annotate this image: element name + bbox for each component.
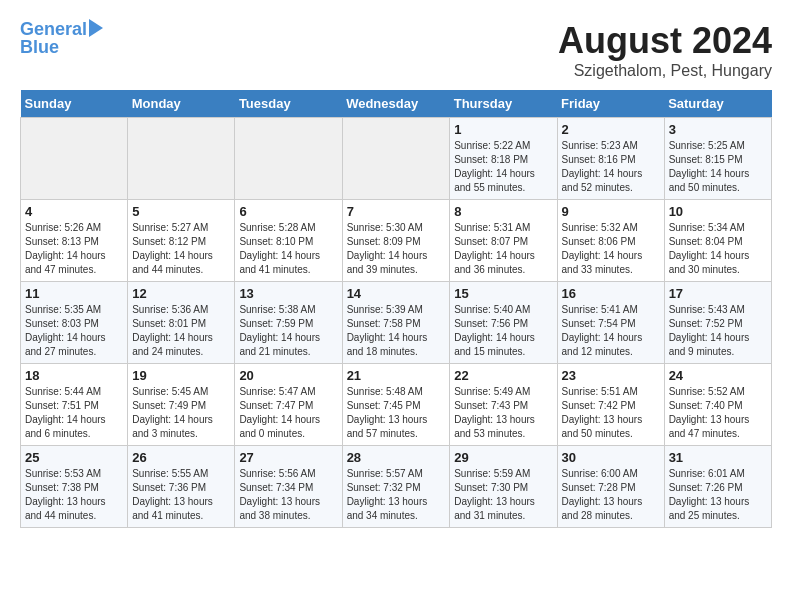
day-info: Sunrise: 6:01 AM Sunset: 7:26 PM Dayligh… [669,467,767,523]
calendar-cell: 13Sunrise: 5:38 AM Sunset: 7:59 PM Dayli… [235,282,342,364]
day-info: Sunrise: 5:25 AM Sunset: 8:15 PM Dayligh… [669,139,767,195]
calendar-cell: 22Sunrise: 5:49 AM Sunset: 7:43 PM Dayli… [450,364,557,446]
calendar-cell: 24Sunrise: 5:52 AM Sunset: 7:40 PM Dayli… [664,364,771,446]
day-number: 7 [347,204,446,219]
day-number: 23 [562,368,660,383]
calendar-cell [342,118,450,200]
day-number: 24 [669,368,767,383]
day-info: Sunrise: 5:22 AM Sunset: 8:18 PM Dayligh… [454,139,552,195]
calendar-cell: 27Sunrise: 5:56 AM Sunset: 7:34 PM Dayli… [235,446,342,528]
weekday-header-monday: Monday [128,90,235,118]
calendar-cell: 15Sunrise: 5:40 AM Sunset: 7:56 PM Dayli… [450,282,557,364]
day-number: 8 [454,204,552,219]
day-info: Sunrise: 5:30 AM Sunset: 8:09 PM Dayligh… [347,221,446,277]
calendar-table: SundayMondayTuesdayWednesdayThursdayFrid… [20,90,772,528]
calendar-cell: 8Sunrise: 5:31 AM Sunset: 8:07 PM Daylig… [450,200,557,282]
calendar-cell [128,118,235,200]
calendar-cell: 6Sunrise: 5:28 AM Sunset: 8:10 PM Daylig… [235,200,342,282]
day-number: 19 [132,368,230,383]
day-number: 12 [132,286,230,301]
calendar-cell: 7Sunrise: 5:30 AM Sunset: 8:09 PM Daylig… [342,200,450,282]
calendar-cell: 14Sunrise: 5:39 AM Sunset: 7:58 PM Dayli… [342,282,450,364]
day-number: 30 [562,450,660,465]
day-info: Sunrise: 5:32 AM Sunset: 8:06 PM Dayligh… [562,221,660,277]
day-number: 11 [25,286,123,301]
calendar-cell: 26Sunrise: 5:55 AM Sunset: 7:36 PM Dayli… [128,446,235,528]
day-number: 15 [454,286,552,301]
calendar-cell: 1Sunrise: 5:22 AM Sunset: 8:18 PM Daylig… [450,118,557,200]
day-info: Sunrise: 5:27 AM Sunset: 8:12 PM Dayligh… [132,221,230,277]
weekday-header-wednesday: Wednesday [342,90,450,118]
day-info: Sunrise: 6:00 AM Sunset: 7:28 PM Dayligh… [562,467,660,523]
day-info: Sunrise: 5:48 AM Sunset: 7:45 PM Dayligh… [347,385,446,441]
day-number: 22 [454,368,552,383]
day-info: Sunrise: 5:47 AM Sunset: 7:47 PM Dayligh… [239,385,337,441]
day-number: 9 [562,204,660,219]
calendar-cell: 25Sunrise: 5:53 AM Sunset: 7:38 PM Dayli… [21,446,128,528]
day-info: Sunrise: 5:59 AM Sunset: 7:30 PM Dayligh… [454,467,552,523]
calendar-cell: 19Sunrise: 5:45 AM Sunset: 7:49 PM Dayli… [128,364,235,446]
day-info: Sunrise: 5:34 AM Sunset: 8:04 PM Dayligh… [669,221,767,277]
day-info: Sunrise: 5:23 AM Sunset: 8:16 PM Dayligh… [562,139,660,195]
calendar-cell: 11Sunrise: 5:35 AM Sunset: 8:03 PM Dayli… [21,282,128,364]
calendar-cell: 3Sunrise: 5:25 AM Sunset: 8:15 PM Daylig… [664,118,771,200]
day-info: Sunrise: 5:38 AM Sunset: 7:59 PM Dayligh… [239,303,337,359]
day-info: Sunrise: 5:40 AM Sunset: 7:56 PM Dayligh… [454,303,552,359]
day-number: 3 [669,122,767,137]
day-info: Sunrise: 5:49 AM Sunset: 7:43 PM Dayligh… [454,385,552,441]
weekday-header-saturday: Saturday [664,90,771,118]
day-number: 13 [239,286,337,301]
day-number: 28 [347,450,446,465]
calendar-cell [235,118,342,200]
calendar-cell: 28Sunrise: 5:57 AM Sunset: 7:32 PM Dayli… [342,446,450,528]
calendar-cell: 18Sunrise: 5:44 AM Sunset: 7:51 PM Dayli… [21,364,128,446]
day-info: Sunrise: 5:26 AM Sunset: 8:13 PM Dayligh… [25,221,123,277]
day-info: Sunrise: 5:51 AM Sunset: 7:42 PM Dayligh… [562,385,660,441]
logo: General Blue [20,20,103,58]
calendar-cell: 10Sunrise: 5:34 AM Sunset: 8:04 PM Dayli… [664,200,771,282]
day-info: Sunrise: 5:45 AM Sunset: 7:49 PM Dayligh… [132,385,230,441]
day-number: 26 [132,450,230,465]
location-subtitle: Szigethalom, Pest, Hungary [558,62,772,80]
day-number: 27 [239,450,337,465]
calendar-cell: 4Sunrise: 5:26 AM Sunset: 8:13 PM Daylig… [21,200,128,282]
logo-arrow-icon [89,19,103,37]
weekday-header-sunday: Sunday [21,90,128,118]
calendar-cell: 9Sunrise: 5:32 AM Sunset: 8:06 PM Daylig… [557,200,664,282]
page-header: General Blue August 2024 Szigethalom, Pe… [20,20,772,80]
calendar-cell: 12Sunrise: 5:36 AM Sunset: 8:01 PM Dayli… [128,282,235,364]
calendar-cell: 16Sunrise: 5:41 AM Sunset: 7:54 PM Dayli… [557,282,664,364]
title-block: August 2024 Szigethalom, Pest, Hungary [558,20,772,80]
calendar-cell [21,118,128,200]
day-info: Sunrise: 5:28 AM Sunset: 8:10 PM Dayligh… [239,221,337,277]
day-number: 1 [454,122,552,137]
day-info: Sunrise: 5:31 AM Sunset: 8:07 PM Dayligh… [454,221,552,277]
day-number: 10 [669,204,767,219]
month-year-title: August 2024 [558,20,772,62]
day-number: 20 [239,368,337,383]
weekday-header-friday: Friday [557,90,664,118]
calendar-cell: 17Sunrise: 5:43 AM Sunset: 7:52 PM Dayli… [664,282,771,364]
calendar-cell: 2Sunrise: 5:23 AM Sunset: 8:16 PM Daylig… [557,118,664,200]
day-info: Sunrise: 5:55 AM Sunset: 7:36 PM Dayligh… [132,467,230,523]
day-number: 18 [25,368,123,383]
logo-text2: Blue [20,38,59,58]
calendar-cell: 31Sunrise: 6:01 AM Sunset: 7:26 PM Dayli… [664,446,771,528]
calendar-cell: 20Sunrise: 5:47 AM Sunset: 7:47 PM Dayli… [235,364,342,446]
calendar-cell: 29Sunrise: 5:59 AM Sunset: 7:30 PM Dayli… [450,446,557,528]
day-info: Sunrise: 5:57 AM Sunset: 7:32 PM Dayligh… [347,467,446,523]
day-info: Sunrise: 5:35 AM Sunset: 8:03 PM Dayligh… [25,303,123,359]
day-number: 14 [347,286,446,301]
weekday-header-tuesday: Tuesday [235,90,342,118]
day-info: Sunrise: 5:44 AM Sunset: 7:51 PM Dayligh… [25,385,123,441]
day-info: Sunrise: 5:41 AM Sunset: 7:54 PM Dayligh… [562,303,660,359]
day-number: 2 [562,122,660,137]
day-info: Sunrise: 5:53 AM Sunset: 7:38 PM Dayligh… [25,467,123,523]
calendar-cell: 21Sunrise: 5:48 AM Sunset: 7:45 PM Dayli… [342,364,450,446]
day-number: 17 [669,286,767,301]
day-number: 6 [239,204,337,219]
day-info: Sunrise: 5:43 AM Sunset: 7:52 PM Dayligh… [669,303,767,359]
calendar-cell: 5Sunrise: 5:27 AM Sunset: 8:12 PM Daylig… [128,200,235,282]
weekday-header-thursday: Thursday [450,90,557,118]
day-info: Sunrise: 5:36 AM Sunset: 8:01 PM Dayligh… [132,303,230,359]
